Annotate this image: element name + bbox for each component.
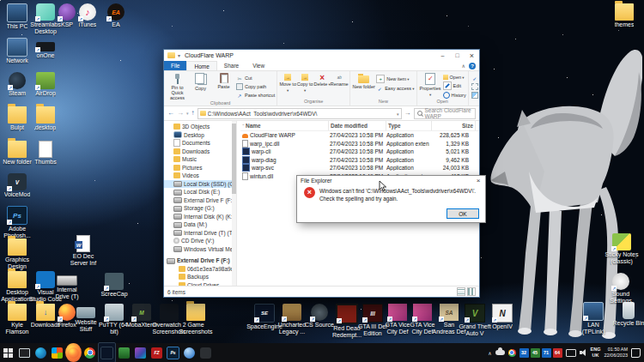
select-all-button[interactable]: Select all: [471, 75, 479, 81]
onedrive-icon[interactable]: [495, 350, 505, 355]
close-icon[interactable]: [471, 177, 485, 184]
nav-item[interactable]: 06d1e3ea7a98a9d86c8652fe: [164, 265, 236, 274]
nav-item[interactable]: Music: [164, 155, 236, 164]
desktop-icon[interactable]: Sticky Notes (classic): [605, 233, 639, 265]
desktop-icon[interactable]: EA EA: [99, 3, 133, 28]
open-button[interactable]: Open: [443, 75, 466, 80]
nav-item[interactable]: Internal Drive (T) (T:): [164, 229, 236, 238]
details-view-button[interactable]: [457, 287, 465, 296]
go-button[interactable]: [404, 110, 411, 117]
scrollbar-thumb[interactable]: [232, 124, 236, 194]
firefox-icon[interactable]: [65, 343, 82, 362]
action-center-icon[interactable]: [631, 348, 641, 358]
nav-item[interactable]: Data (M:): [164, 220, 236, 229]
desktop-icon[interactable]: W EO Dec Server Inf: [66, 235, 100, 267]
select-none-button[interactable]: Select none: [471, 83, 479, 90]
invert-selection-button[interactable]: Invert selection: [471, 92, 479, 99]
minimize-button[interactable]: [435, 50, 450, 61]
nav-item[interactable]: Desktop: [164, 131, 236, 140]
warp-diag[interactable]: warp-diag 27/04/2023 10:58 PM Applicatio…: [240, 156, 479, 165]
edit-button[interactable]: Edit: [443, 81, 466, 90]
hw-monitor-badge[interactable]: 45: [531, 348, 540, 358]
paste-shortcut-button[interactable]: Paste shortcut: [236, 92, 275, 99]
nav-item[interactable]: Internal Disk (K) (K:): [164, 213, 236, 221]
nav-item[interactable]: Documents: [164, 139, 236, 148]
copy-to-button[interactable]: Copy to: [296, 72, 313, 94]
rename-button[interactable]: Rename: [331, 72, 348, 87]
ok-button[interactable]: OK: [447, 208, 479, 219]
desktop-icon[interactable]: Sound Settings: [604, 273, 638, 305]
up-button[interactable]: [191, 110, 195, 117]
nav-item[interactable]: Videos: [164, 172, 236, 180]
easy-access-button[interactable]: Easy access: [376, 85, 414, 92]
nav-item[interactable]: External Drive F (F:): [164, 196, 236, 205]
desktop-icon[interactable]: N OpenIV: [485, 304, 519, 330]
paste-button[interactable]: Paste: [212, 72, 235, 89]
nav-item[interactable]: Local Disk (SSD) (C:): [164, 180, 236, 189]
quick-access-toolbar[interactable]: ▾: [178, 52, 180, 58]
history-button[interactable]: History: [443, 92, 466, 99]
nav-item[interactable]: Downloads: [164, 148, 236, 156]
tab-file[interactable]: File: [164, 61, 186, 70]
recent-locations-icon[interactable]: [186, 110, 189, 117]
maximize-button[interactable]: [450, 50, 465, 61]
hw-monitor-badge[interactable]: 32: [519, 348, 529, 358]
address-bar[interactable]: C:\Windows\AAct_Tools\wdvdriver\x64WDV\: [197, 108, 402, 119]
taskview-icon[interactable]: [16, 343, 33, 362]
hw-monitor-badge[interactable]: 64: [553, 348, 562, 358]
spaceengine-icon[interactable]: [98, 342, 116, 362]
warp-cli[interactable]: warp-cli 27/04/2023 10:58 PM Application…: [240, 148, 479, 156]
desktop-icon[interactable]: themes: [607, 3, 641, 28]
new-item-button[interactable]: New item: [376, 75, 414, 83]
forward-button[interactable]: [177, 110, 184, 117]
search-input[interactable]: Search CloudFlare WARP: [414, 108, 476, 119]
pin-to-quick-access-button[interactable]: Pin to Quick access: [166, 72, 189, 100]
column-header-type[interactable]: Type: [386, 121, 432, 130]
close-button[interactable]: [465, 50, 479, 61]
move-to-button[interactable]: Move to: [279, 72, 296, 94]
large-icons-view-button[interactable]: [467, 287, 476, 296]
properties-button[interactable]: Properties: [419, 72, 442, 98]
greenapp-icon[interactable]: [116, 343, 132, 362]
language-indicator[interactable]: ENG UK: [591, 347, 601, 358]
edge-icon[interactable]: [33, 343, 49, 362]
back-button[interactable]: [167, 110, 174, 117]
tab-share[interactable]: Share: [217, 61, 246, 70]
desktop-icon[interactable]: AirDrop: [28, 72, 63, 97]
desktop-icon[interactable]: Internal Drive (T): [50, 271, 84, 300]
collapse-ribbon-icon[interactable]: [462, 63, 465, 69]
store-icon[interactable]: [49, 343, 65, 362]
hw-monitor-badge[interactable]: 71: [542, 348, 551, 358]
nav-item[interactable]: Local Disk (E:): [164, 188, 236, 196]
nav-item[interactable]: Backups: [164, 273, 236, 281]
desktop-icon[interactable]: onOne: [28, 38, 63, 59]
warp-svc[interactable]: warp-svc 27/04/2023 10:58 PM Application…: [240, 164, 479, 172]
column-header-name[interactable]: Name: [240, 121, 329, 130]
column-header-date-modified[interactable]: Date modified: [329, 121, 386, 130]
nav-item[interactable]: CD Drive (V:): [164, 237, 236, 245]
new-folder-button[interactable]: New folder: [352, 72, 375, 89]
tab-view[interactable]: View: [246, 61, 271, 70]
tab-home[interactable]: Home: [186, 61, 216, 70]
nav-item[interactable]: Windows Virtual Memory (): [164, 245, 236, 254]
desktop-icon[interactable]: Game Screenshots: [179, 304, 213, 335]
sphere-icon[interactable]: [181, 343, 197, 362]
desktop-icon[interactable]: Ps Adobe Photosh...: [0, 206, 34, 239]
photos-icon[interactable]: [132, 343, 149, 362]
discord-icon[interactable]: [197, 343, 214, 362]
network-icon[interactable]: [566, 349, 576, 357]
desktop-icon[interactable]: LAN (TPLink): [576, 302, 611, 335]
desktop-icon[interactable]: ScreeCap: [97, 273, 131, 298]
nav-item[interactable]: External Drive F (F:): [164, 256, 236, 265]
desktop-icon[interactable]: Thumbs: [28, 141, 63, 166]
nav-item[interactable]: Storage (G:): [164, 204, 236, 213]
copy-path-button[interactable]: Copy path: [236, 83, 275, 90]
help-icon[interactable]: ?: [469, 63, 476, 69]
chrome-icon[interactable]: [82, 343, 98, 362]
CloudFlare WARP[interactable]: CloudFlare WARP 27/04/2023 10:58 PM Appl…: [240, 131, 479, 140]
warp_ipc.dll[interactable]: warp_ipc.dll 27/04/2023 10:58 PM Applica…: [240, 140, 479, 148]
desktop-icon[interactable]: Graphics Design: [0, 238, 34, 270]
clock[interactable]: 01:50 AM 22/06/2023: [604, 347, 628, 358]
desktop-icon[interactable]: desktop: [28, 106, 63, 131]
start-icon[interactable]: [0, 343, 16, 362]
